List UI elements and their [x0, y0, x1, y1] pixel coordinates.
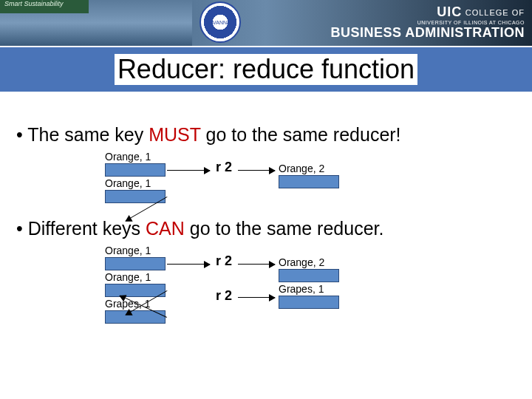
d2-reducer-label-1: r 2: [216, 253, 232, 269]
d2-in1-label: Orange, 1: [105, 244, 151, 257]
arrow-icon: [238, 170, 275, 171]
bullet-1-pre: • The same key: [16, 124, 149, 145]
college-of: COLLEGE OF: [466, 8, 525, 17]
uic-mark: UIC: [437, 4, 462, 19]
university-sub: UNIVERSITY OF ILLINOIS AT CHICAGO: [330, 20, 525, 25]
d1-in1-box: [105, 163, 166, 177]
slide-title-bar: Reducer: reduce function: [0, 47, 532, 92]
header-banner: Smart Sustainability SAVANNAH UIC COLLEG…: [0, 0, 532, 46]
d2-in1-box: [105, 257, 166, 270]
d1-out-box: [279, 175, 339, 188]
slide-content: • The same key MUST go to the same reduc…: [0, 92, 532, 340]
bullet-1: • The same key MUST go to the same reduc…: [16, 124, 516, 146]
d2-out2-label: Grapes, 1: [279, 282, 324, 296]
d1-in1-label: Orange, 1: [105, 150, 151, 163]
diagram-1: Orange, 1 Orange, 1 r 2 Orange, 2: [105, 150, 516, 216]
diagram-2: Orange, 1 Orange, 1 Grapes, 1 r 2 r 2 Or…: [105, 244, 516, 340]
slide-title: Reducer: reduce function: [115, 54, 417, 85]
bullet-2-can: CAN: [146, 218, 185, 239]
d2-in2-label: Orange, 1: [105, 270, 151, 284]
banner-photo: Smart Sustainability: [0, 0, 192, 46]
business-admin: BUSINESS ADMINISTRATION: [330, 25, 525, 41]
d2-out1-box: [279, 269, 339, 282]
d2-out2-box: [279, 296, 339, 309]
d2-in2-box: [105, 284, 166, 297]
d1-in2-box: [105, 190, 166, 203]
arrow-icon: [238, 264, 275, 265]
bullet-1-post: go to the same reducer!: [201, 124, 401, 145]
d1-reducer-label: r 2: [216, 160, 232, 175]
bullet-1-must: MUST: [149, 124, 200, 145]
conference-badge: SAVANNAH: [200, 1, 241, 43]
arrow-icon: [167, 170, 210, 171]
d1-out-label: Orange, 2: [279, 162, 324, 175]
bullet-2-post: go to the same reducer.: [185, 218, 384, 239]
arrow-icon: [167, 264, 210, 265]
badge-text: SAVANNAH: [206, 20, 233, 25]
sustainability-label: Smart Sustainability: [4, 0, 64, 7]
bullet-2: • Different keys CAN go to the same redu…: [16, 218, 516, 239]
d2-reducer-label-2: r 2: [216, 288, 232, 304]
d2-out1-label: Orange, 2: [279, 256, 324, 269]
d1-in2-label: Orange, 1: [105, 177, 151, 190]
arrow-icon: [238, 297, 275, 298]
uic-logo-text: UIC COLLEGE OF UNIVERSITY OF ILLINOIS AT…: [330, 4, 525, 41]
